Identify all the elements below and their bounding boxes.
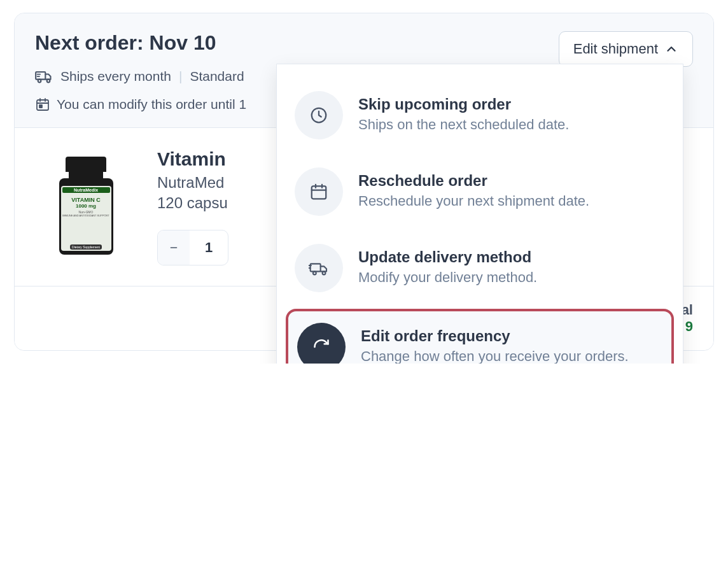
menu-desc: Modify your delivery method.: [358, 267, 665, 288]
menu-title: Edit order frequency: [361, 327, 662, 345]
bottle-dose: 1000 mg: [76, 203, 96, 209]
menu-item-reschedule[interactable]: Reschedule order Reschedule your next sh…: [286, 153, 674, 230]
chevron-up-icon: [664, 42, 678, 56]
divider: |: [179, 69, 182, 84]
refresh-icon: [297, 323, 346, 364]
svg-point-18: [313, 272, 316, 275]
menu-desc: Change how often you receive your orders…: [361, 346, 662, 364]
svg-point-2: [47, 80, 50, 83]
menu-desc: Reschedule your next shipment date.: [358, 191, 665, 211]
next-order-title: Next order: Nov 10: [35, 31, 216, 55]
svg-rect-7: [39, 105, 42, 108]
bottle-note2: IMMUNE AND ANTIOXIDANT SUPPORT: [62, 214, 109, 217]
menu-item-frequency[interactable]: Edit order frequency Change how often yo…: [286, 309, 674, 364]
qty-decrease-button[interactable]: [158, 230, 190, 265]
subtotal-value: 9: [685, 318, 693, 334]
shipping-speed-label: Standard: [190, 69, 244, 84]
bottle-supplement: Dietary Supplement: [70, 244, 102, 250]
edit-shipment-label: Edit shipment: [573, 41, 658, 57]
menu-title: Skip upcoming order: [358, 95, 665, 113]
svg-rect-17: [311, 264, 321, 271]
menu-desc: Ships on the next scheduled date.: [358, 115, 665, 135]
svg-rect-13: [312, 186, 326, 199]
menu-title: Update delivery method: [358, 248, 665, 266]
quantity-stepper[interactable]: 1: [157, 230, 228, 265]
svg-point-1: [38, 80, 41, 83]
calendar-icon: [295, 167, 343, 216]
menu-title: Reschedule order: [358, 172, 665, 190]
product-image: NutraMedix VITAMIN C 1000 mg Non-GMO IMM…: [35, 148, 137, 263]
truck-icon: [35, 67, 53, 85]
svg-rect-3: [37, 100, 48, 110]
quantity-value: 1: [190, 239, 228, 256]
modify-deadline-label: You can modify this order until 1: [57, 97, 246, 112]
edit-shipment-button[interactable]: Edit shipment: [559, 31, 693, 67]
truck-icon: [295, 244, 343, 292]
bottle-brand: NutraMedix: [62, 187, 110, 193]
ships-frequency-label: Ships every month: [60, 69, 171, 84]
svg-point-19: [323, 272, 326, 275]
clock-icon: [295, 91, 343, 139]
menu-item-skip[interactable]: Skip upcoming order Ships on the next sc…: [286, 77, 674, 153]
calendar-icon: [35, 97, 50, 112]
bottle-product: VITAMIN C: [71, 197, 100, 203]
shipment-menu: Skip upcoming order Ships on the next sc…: [276, 64, 683, 364]
svg-rect-0: [36, 72, 45, 80]
menu-item-delivery[interactable]: Update delivery method Modify your deliv…: [286, 230, 674, 306]
